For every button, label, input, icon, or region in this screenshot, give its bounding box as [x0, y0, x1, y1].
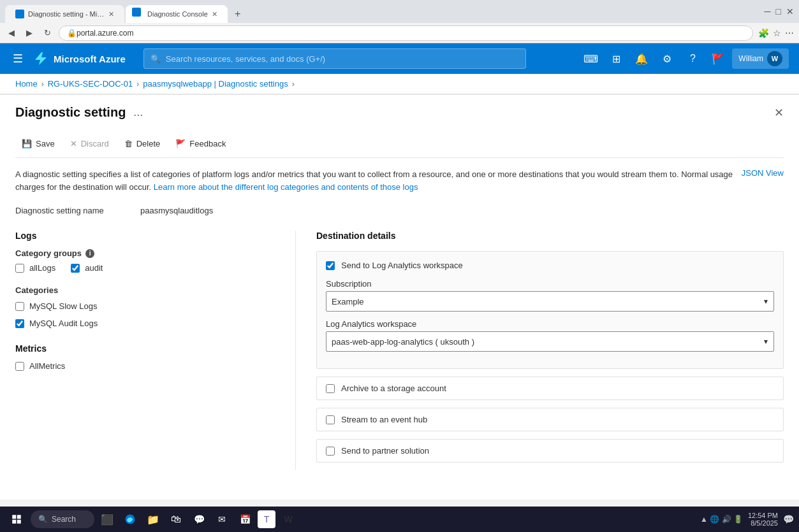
azure-search-input[interactable]	[166, 54, 519, 64]
category-group-allLogs-label: allLogs	[29, 263, 55, 273]
mail-icon[interactable]: ✉	[212, 509, 232, 529]
store-icon[interactable]: 🛍	[166, 509, 186, 529]
metric-allmetrics[interactable]: AllMetrics	[15, 361, 275, 371]
user-name: William	[738, 54, 763, 63]
category-group-allLogs[interactable]: allLogs	[15, 263, 55, 273]
category-mysql-slow-logs-checkbox[interactable]	[15, 302, 24, 311]
file-explorer-icon[interactable]: 📁	[143, 509, 163, 529]
page-header: Diagnostic setting ... ✕	[15, 105, 784, 120]
notification-center-icon[interactable]: 💬	[783, 514, 794, 524]
hamburger-menu[interactable]: ☰	[10, 49, 26, 68]
destination-title: Destination details	[316, 231, 784, 241]
word-icon[interactable]: W	[278, 509, 298, 529]
help-icon[interactable]: ?	[681, 47, 704, 70]
edge-icon[interactable]	[120, 509, 140, 529]
new-tab-button[interactable]: +	[229, 5, 247, 23]
partner-solution-checkbox[interactable]	[326, 447, 335, 456]
tab-favicon-2	[132, 8, 141, 17]
workspace-select[interactable]: paas-web-app-log-analytics ( uksouth )	[326, 331, 774, 352]
category-groups-info-icon[interactable]: i	[85, 249, 94, 258]
category-mysql-slow-logs[interactable]: MySQL Slow Logs	[15, 301, 275, 311]
taskbar-search-icon: 🔍	[38, 515, 48, 524]
taskbar-right: ▲ 🌐 🔊 🔋 12:54 PM 8/5/2025 💬	[700, 512, 794, 527]
description-text: A diagnostic setting specifies a list of…	[15, 168, 749, 193]
category-group-audit-label: audit	[85, 263, 103, 273]
user-avatar: W	[767, 51, 782, 66]
reload-btn[interactable]: ↻	[41, 27, 54, 40]
breadcrumb-rg[interactable]: RG-UKS-SEC-DOC-01	[48, 79, 133, 89]
json-view-link[interactable]: JSON View	[742, 168, 784, 178]
two-column-layout: Logs Category groups i allLogs audit	[15, 231, 784, 470]
browser-tab-1[interactable]: Diagnostic setting - Microsof... ✕	[5, 5, 124, 23]
taskbar-search[interactable]: 🔍 Search	[31, 510, 94, 528]
category-group-audit-checkbox[interactable]	[71, 264, 80, 273]
log-analytics-checkbox[interactable]	[326, 261, 335, 270]
subscription-field: Subscription Example	[326, 279, 774, 312]
azure-logo[interactable]: Microsoft Azure	[33, 51, 126, 66]
minimize-btn[interactable]: ─	[765, 6, 771, 17]
close-page-btn[interactable]: ✕	[774, 106, 784, 120]
browser-tabs: Diagnostic setting - Microsof... ✕ Diagn…	[5, 0, 247, 23]
stream-event-hub-label: Stream to an event hub	[341, 415, 427, 424]
settings-icon[interactable]: ⋯	[785, 28, 794, 38]
browser-tab-label-2: Diagnostic Console	[147, 10, 208, 18]
taskbar-date-display: 8/5/2025	[751, 519, 778, 527]
start-button[interactable]	[5, 508, 28, 531]
svg-rect-3	[17, 520, 21, 524]
save-button[interactable]: 💾 Save	[15, 135, 61, 152]
discard-button[interactable]: ✕ Discard	[64, 135, 115, 152]
page-options-btn[interactable]: ...	[133, 106, 143, 119]
browser-tab-2[interactable]: Diagnostic Console ✕	[126, 5, 228, 23]
category-mysql-audit-logs-checkbox[interactable]	[15, 319, 24, 328]
user-profile-badge[interactable]: William W	[732, 48, 789, 69]
chat-icon[interactable]: 💬	[189, 509, 209, 529]
back-btn[interactable]: ◀	[5, 27, 18, 40]
forward-btn[interactable]: ▶	[23, 27, 36, 40]
browser-tab-close-2[interactable]: ✕	[212, 10, 217, 18]
subscription-select[interactable]: Example	[326, 291, 774, 312]
breadcrumb: Home › RG-UKS-SEC-DOC-01 › paasmysqlweba…	[0, 74, 799, 94]
azure-logo-text: Microsoft Azure	[54, 54, 126, 64]
category-mysql-audit-logs-label: MySQL Audit Logs	[29, 319, 98, 328]
setting-name-value: paasmysqlauditlogs	[140, 206, 213, 215]
log-analytics-header: Send to Log Analytics workspace	[326, 261, 774, 270]
browser-tab-close-1[interactable]: ✕	[108, 10, 114, 18]
stream-event-hub-checkbox[interactable]	[326, 415, 335, 424]
feedback-button[interactable]: 🚩 Feedback	[169, 135, 232, 152]
metric-allmetrics-checkbox[interactable]	[15, 362, 24, 371]
extensions-icon[interactable]: 🧩	[758, 28, 769, 38]
workspace-field: Log Analytics workspace paas-web-app-log…	[326, 319, 774, 352]
learn-more-link[interactable]: Learn more about the different log categ…	[154, 182, 418, 192]
address-bar[interactable]: 🔒 portal.azure.com	[59, 25, 753, 41]
notification-icon[interactable]: 🔔	[630, 47, 653, 70]
category-groups-list: allLogs audit	[15, 263, 275, 273]
subscription-select-wrapper: Example	[326, 291, 774, 312]
maximize-btn[interactable]: □	[776, 6, 781, 17]
feedback-nav-icon[interactable]: 🚩	[707, 47, 729, 70]
feedback-label: Feedback	[189, 139, 226, 148]
teams-icon[interactable]: T	[258, 510, 275, 528]
breadcrumb-bar: Home › RG-UKS-SEC-DOC-01 › paasmysqlweba…	[0, 74, 799, 95]
breadcrumb-diagnostic-settings[interactable]: paasmysqlwebapp | Diagnostic settings	[143, 79, 288, 89]
delete-label: Delete	[136, 139, 161, 148]
archive-storage-option: Archive to a storage account	[316, 377, 784, 400]
category-group-audit[interactable]: audit	[71, 263, 103, 273]
category-group-allLogs-checkbox[interactable]	[15, 264, 24, 273]
category-mysql-audit-logs[interactable]: MySQL Audit Logs	[15, 319, 275, 328]
azure-search-bar[interactable]: 🔍	[143, 48, 526, 69]
settings-nav-icon[interactable]: ⚙	[656, 47, 678, 70]
calendar-icon[interactable]: 📅	[235, 509, 255, 529]
archive-storage-checkbox[interactable]	[326, 384, 335, 393]
setting-name-row: Diagnostic setting name paasmysqlauditlo…	[15, 206, 784, 215]
category-groups-heading: Category groups i	[15, 248, 275, 258]
delete-button[interactable]: 🗑 Delete	[118, 135, 167, 152]
log-analytics-label: Send to Log Analytics workspace	[341, 261, 463, 270]
favorites-icon[interactable]: ☆	[773, 28, 781, 38]
metrics-section: Metrics AllMetrics	[15, 343, 275, 371]
close-btn[interactable]: ✕	[786, 6, 794, 17]
directory-icon[interactable]: ⊞	[605, 47, 627, 70]
cloud-shell-icon[interactable]: ⌨	[579, 47, 602, 70]
task-view-icon[interactable]: ⬛	[97, 509, 117, 529]
taskbar-search-label: Search	[52, 515, 76, 524]
breadcrumb-home[interactable]: Home	[15, 79, 38, 89]
